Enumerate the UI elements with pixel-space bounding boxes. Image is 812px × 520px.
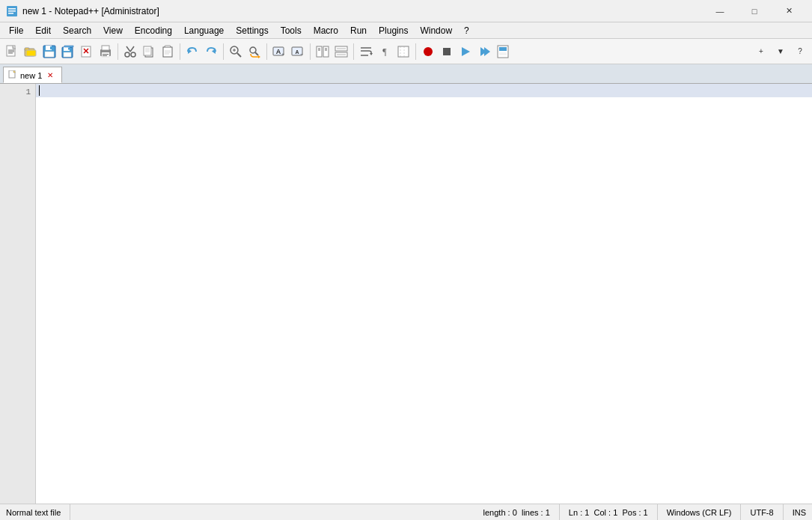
svg-rect-24 [102,46,109,50]
svg-line-46 [237,53,241,57]
window-controls: — □ ✕ [703,0,806,22]
toolbar-sep-3 [223,43,224,60]
maximize-button[interactable]: □ [737,0,772,22]
status-length: length : 0 lines : 1 [474,504,560,520]
sync-scroll-v-button[interactable] [314,43,332,61]
indent-guide-button[interactable] [394,43,412,61]
svg-text:+: + [281,52,284,56]
status-eol: Windows (CR LF) [658,504,742,520]
svg-rect-2 [8,10,16,12]
undo-button[interactable] [183,43,201,61]
tab-close-button[interactable]: ✕ [45,70,55,81]
svg-rect-59 [323,46,329,57]
print-button[interactable] [97,43,115,61]
svg-rect-19 [64,46,73,47]
svg-marker-43 [188,49,192,54]
svg-rect-10 [26,50,36,56]
menu-plugins[interactable]: Plugins [373,22,414,39]
svg-point-28 [125,52,129,57]
sync-scroll-h-button[interactable] [332,43,350,61]
toolbar-sep-7 [415,43,416,60]
save-button[interactable] [40,43,58,61]
add-tab-button[interactable]: + [752,43,770,61]
editor-area[interactable] [36,84,812,504]
svg-rect-33 [144,46,151,55]
menu-encoding[interactable]: Encoding [129,22,178,39]
tab-bar: new 1 ✕ [0,64,812,84]
line-number-1: 1 [0,85,35,99]
toolbar-right: + ▼ ? [752,43,809,61]
menu-run[interactable]: Run [344,22,373,39]
status-encoding: UTF-8 [741,504,783,520]
paste-button[interactable] [159,43,177,61]
svg-text:A: A [295,49,299,55]
macro-record-button[interactable] [419,43,437,61]
menu-bar: File Edit Search View Encoding Language … [0,22,812,39]
svg-rect-77 [443,48,451,55]
svg-rect-13 [45,52,54,57]
menu-edit[interactable]: Edit [29,22,57,39]
svg-point-29 [131,52,135,57]
svg-marker-70 [370,53,373,55]
macro-loop-button[interactable] [475,43,493,61]
text-cursor [39,85,40,96]
svg-rect-26 [103,54,109,55]
menu-search[interactable]: Search [57,22,97,39]
status-ins: INS [784,504,806,520]
cut-button[interactable] [121,43,139,61]
svg-rect-38 [163,47,172,57]
macro-stop-button[interactable] [438,43,456,61]
replace-button[interactable] [245,43,263,61]
open-button[interactable] [22,43,40,61]
svg-point-49 [250,47,256,53]
svg-marker-44 [212,49,216,54]
menu-view[interactable]: View [97,22,129,39]
close-all-button[interactable] [78,43,96,61]
tab-icon [8,70,17,81]
svg-marker-82 [499,47,507,51]
svg-marker-51 [258,55,260,58]
menu-tools[interactable]: Tools [275,22,308,39]
help-button[interactable]: ? [791,43,809,61]
svg-rect-73 [398,46,409,57]
zoom-out-button[interactable]: A − [289,43,307,61]
toolbar: A + A − [0,39,812,64]
menu-help[interactable]: ? [458,22,475,39]
svg-rect-18 [68,47,70,49]
macro-save-button[interactable] [494,43,512,61]
svg-rect-39 [165,46,170,47]
svg-line-30 [126,46,130,52]
find-button[interactable] [227,43,245,61]
svg-point-76 [424,47,433,56]
close-button[interactable]: ✕ [772,0,806,22]
zoom-in-button[interactable]: A + [270,43,288,61]
menu-language[interactable]: Language [178,22,230,39]
tab-new1[interactable]: new 1 ✕ [3,67,62,83]
svg-text:−: − [300,52,303,56]
status-file-type: Normal text file [6,504,70,520]
redo-button[interactable] [202,43,220,61]
svg-marker-78 [462,47,470,56]
new-button[interactable] [3,43,21,61]
status-bar: Normal text file length : 0 lines : 1 Ln… [0,504,812,520]
tab-dropdown-button[interactable]: ▼ [772,43,790,61]
svg-text:A: A [276,48,281,55]
svg-rect-1 [8,8,16,10]
menu-file[interactable]: File [3,22,29,39]
editor-line-active [36,84,812,97]
macro-play-button[interactable] [457,43,474,61]
menu-macro[interactable]: Macro [308,22,344,39]
show-all-chars-button[interactable]: ¶ [376,43,394,61]
word-wrap-button[interactable] [357,43,375,61]
svg-text:¶: ¶ [382,46,387,57]
svg-rect-58 [317,46,322,57]
menu-settings[interactable]: Settings [230,22,274,39]
toolbar-sep-2 [180,43,180,60]
svg-marker-80 [484,47,490,56]
minimize-button[interactable]: — [703,0,737,22]
copy-button[interactable] [140,43,158,61]
app-icon [6,5,18,17]
line-numbers: 1 [0,84,36,504]
save-all-button[interactable] [59,43,77,61]
menu-window[interactable]: Window [414,22,458,39]
